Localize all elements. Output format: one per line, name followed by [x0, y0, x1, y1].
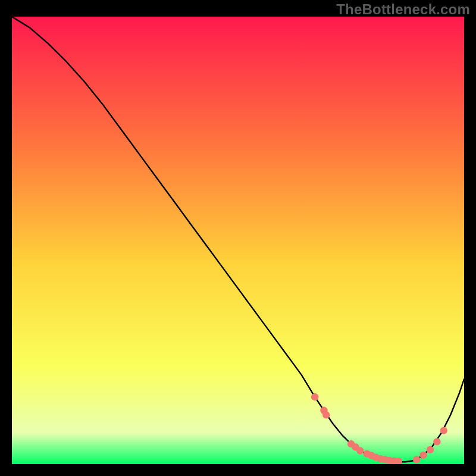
- highlight-point: [427, 446, 434, 453]
- bottleneck-chart-svg: [12, 17, 464, 464]
- gradient-background: [12, 17, 464, 464]
- highlight-point: [440, 427, 447, 434]
- highlight-point: [433, 438, 440, 445]
- highlight-point: [311, 393, 318, 400]
- highlight-point: [322, 411, 330, 418]
- chart-frame: TheBottleneck.com: [0, 0, 476, 476]
- highlight-point: [413, 456, 420, 463]
- watermark-text: TheBottleneck.com: [336, 1, 470, 18]
- highlight-point: [419, 452, 427, 459]
- highlight-point: [356, 447, 364, 454]
- plot-area: [12, 17, 464, 464]
